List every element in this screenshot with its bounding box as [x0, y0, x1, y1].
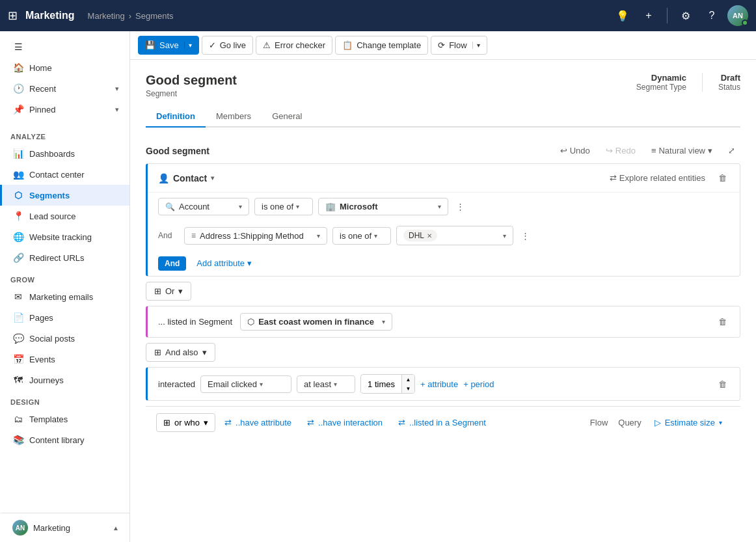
- breadcrumb-separator: ›: [129, 11, 131, 21]
- operator-select-1[interactable]: is one of ▾: [254, 198, 313, 215]
- value-chevron-icon-1: ▾: [438, 203, 441, 210]
- operator-chevron-icon-2: ▾: [374, 232, 377, 239]
- sidebar-item-events[interactable]: 📅 Events: [0, 349, 129, 370]
- pinned-chevron-icon: ▾: [115, 105, 119, 114]
- have-attribute-button[interactable]: ⇄ ..have attribute: [218, 414, 298, 431]
- sidebar-bottom-label: Marketing: [33, 523, 107, 533]
- sidebar-section-grow: Grow: [0, 268, 129, 286]
- segment-type-value: Dynamic: [636, 73, 686, 83]
- add-attribute-link[interactable]: + attribute: [420, 379, 458, 389]
- listed-in-segment-bottom-label: ..listed in a Segment: [409, 418, 486, 427]
- expand-button[interactable]: ⤢: [723, 143, 740, 158]
- explore-label: Explore related entities: [619, 173, 705, 183]
- sidebar-label-home: Home: [29, 63, 119, 73]
- listed-in-segment-button[interactable]: ⇄ ..listed in a Segment: [392, 414, 493, 431]
- help-icon[interactable]: ?: [701, 5, 722, 26]
- contact-block-delete-icon[interactable]: 🗑: [716, 170, 729, 185]
- email-clicked-select[interactable]: Email clicked ▾: [200, 375, 291, 393]
- operator-select-2[interactable]: is one of ▾: [332, 227, 391, 245]
- avatar[interactable]: AN: [727, 5, 748, 26]
- sidebar-item-content-library[interactable]: 📚 Content library: [0, 429, 129, 450]
- value-select-dhl[interactable]: DHL ✕ ▾: [396, 226, 513, 245]
- tab-members[interactable]: Members: [206, 106, 262, 128]
- sidebar-item-redirect-urls[interactable]: 🔗 Redirect URLs: [0, 247, 129, 268]
- more-options-2[interactable]: ⋮: [519, 228, 532, 243]
- change-template-button[interactable]: 📋 Change template: [335, 36, 428, 55]
- or-who-button[interactable]: ⊞ or who ▾: [156, 413, 215, 432]
- save-button[interactable]: 💾 Save ▾: [138, 36, 199, 55]
- tab-general[interactable]: General: [262, 106, 312, 128]
- sidebar-item-social-posts[interactable]: 💬 Social posts: [0, 328, 129, 349]
- sidebar-item-contact-center[interactable]: 👥 Contact center: [0, 164, 129, 185]
- tabs: Definition Members General: [146, 106, 740, 128]
- block-header-right: ⇄ Explore related entities 🗑: [604, 170, 729, 185]
- add-period-link[interactable]: + period: [463, 379, 494, 389]
- interaction-row: interacted Email clicked ▾ at least ▾ 1 …: [148, 368, 740, 400]
- sidebar-item-pages[interactable]: 📄 Pages: [0, 307, 129, 328]
- sidebar-item-home[interactable]: 🏠 Home: [0, 57, 129, 78]
- sidebar-item-recent[interactable]: 🕐 Recent ▾: [0, 78, 129, 99]
- lightbulb-icon[interactable]: 💡: [612, 5, 633, 26]
- times-decrement-button[interactable]: ▼: [401, 384, 414, 393]
- sidebar-item-segments[interactable]: ⬡ Segments: [0, 185, 129, 206]
- flow-chevron-icon[interactable]: ▾: [472, 42, 480, 49]
- and-button[interactable]: And: [158, 256, 186, 271]
- toolbar: 💾 Save ▾ ✓ Go live ⚠ Error checker 📋 Cha…: [130, 31, 756, 60]
- waffle-icon[interactable]: ⊞: [8, 8, 18, 23]
- add-attribute-button[interactable]: Add attribute ▾: [191, 256, 257, 271]
- flow-button[interactable]: ⟳ Flow ▾: [431, 36, 487, 55]
- more-options-1[interactable]: ⋮: [453, 199, 467, 214]
- redo-button[interactable]: ↪ Redo: [601, 143, 641, 158]
- entity-chevron-icon[interactable]: ▾: [211, 174, 214, 182]
- query-tab[interactable]: Query: [618, 415, 641, 430]
- dhl-tag-close-icon[interactable]: ✕: [427, 232, 432, 239]
- estimate-size-button[interactable]: ▷ Estimate size ▾: [647, 414, 730, 431]
- sidebar-bottom-marketing[interactable]: AN Marketing ▲: [0, 513, 129, 542]
- field-select-account[interactable]: 🔍 Account ▾: [158, 198, 249, 215]
- undo-button[interactable]: ↩ Undo: [555, 143, 595, 158]
- sidebar-bottom-avatar: AN: [12, 520, 28, 535]
- sidebar-item-website-tracking[interactable]: 🌐 Website tracking: [0, 226, 129, 247]
- add-condition-row: And Add attribute ▾: [148, 251, 740, 276]
- breadcrumb-part1[interactable]: Marketing: [88, 11, 125, 21]
- segment-value-select[interactable]: ⬡ East coast women in finance ▾: [240, 313, 392, 331]
- listed-in-seg-icon: ⇄: [398, 418, 405, 427]
- and-also-grid-icon: ⊞: [154, 347, 161, 357]
- flow-tab[interactable]: Flow: [590, 415, 608, 430]
- contact-center-icon: 👥: [12, 169, 24, 180]
- or-button[interactable]: ⊞ Or ▾: [146, 282, 191, 301]
- tab-definition[interactable]: Definition: [146, 106, 206, 128]
- editor-header: Good segment ↩ Undo ↪ Redo ≡ Natural vie: [146, 138, 740, 163]
- and-also-button[interactable]: ⊞ And also ▾: [146, 343, 215, 362]
- sidebar-item-dashboards[interactable]: 📊 Dashboards: [0, 143, 129, 164]
- value-chevron-icon-2: ▾: [503, 232, 506, 239]
- status-value: Draft: [718, 73, 740, 83]
- sidebar-item-templates[interactable]: 🗂 Templates: [0, 409, 129, 429]
- times-increment-button[interactable]: ▲: [401, 375, 414, 384]
- value-microsoft-label: Microsoft: [340, 202, 378, 211]
- templates-icon: 🗂: [12, 414, 24, 424]
- explore-related-button[interactable]: ⇄ Explore related entities: [604, 170, 710, 185]
- listed-segment-delete-icon[interactable]: 🗑: [716, 314, 729, 329]
- save-chevron-icon[interactable]: ▾: [184, 42, 192, 49]
- error-checker-button[interactable]: ⚠ Error checker: [256, 36, 332, 55]
- website-tracking-icon: 🌐: [12, 232, 24, 242]
- value-select-microsoft[interactable]: 🏢 Microsoft ▾: [318, 198, 448, 215]
- go-live-button[interactable]: ✓ Go live: [202, 36, 253, 55]
- avatar-initials: AN: [733, 12, 743, 20]
- have-interaction-button[interactable]: ⇄ ..have interaction: [301, 414, 389, 431]
- settings-icon[interactable]: ⚙: [675, 5, 696, 26]
- natural-view-button[interactable]: ≡ Natural view ▾: [646, 143, 718, 158]
- sidebar-item-lead-source[interactable]: 📍 Lead source: [0, 206, 129, 226]
- field-select-shipping-method[interactable]: ≡ Address 1:Shipping Method ▾: [184, 227, 327, 245]
- add-icon[interactable]: +: [638, 5, 659, 26]
- interaction-delete-icon[interactable]: 🗑: [716, 377, 729, 392]
- sidebar-item-journeys[interactable]: 🗺 Journeys: [0, 370, 129, 390]
- sidebar-label-marketing-emails: Marketing emails: [29, 292, 119, 302]
- at-least-select[interactable]: at least ▾: [297, 375, 355, 393]
- sidebar-item-marketing-emails[interactable]: ✉ Marketing emails: [0, 286, 129, 307]
- redo-label: Redo: [615, 146, 636, 156]
- sidebar-hamburger[interactable]: ☰: [0, 36, 129, 57]
- sidebar-item-pinned[interactable]: 📌 Pinned ▾: [0, 99, 129, 120]
- sidebar-label-dashboards: Dashboards: [29, 149, 119, 159]
